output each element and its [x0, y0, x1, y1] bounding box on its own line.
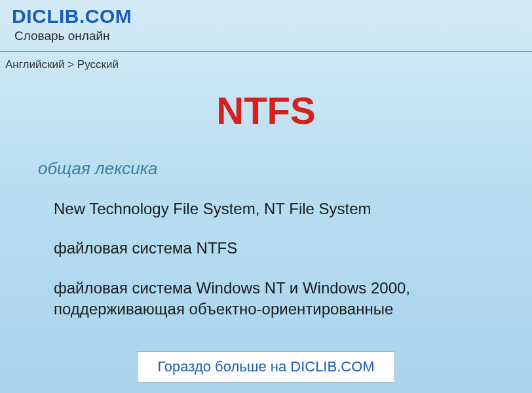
breadcrumb-from[interactable]: Английский: [5, 58, 64, 71]
entry-title: NTFS: [0, 88, 532, 132]
breadcrumb: Английский > Русский: [0, 52, 532, 75]
definition-item: файловая система Windows NT и Windows 20…: [54, 278, 501, 320]
subtitle: Словарь онлайн: [14, 29, 525, 43]
definition-item: New Technology File System, NT File Syst…: [54, 198, 501, 219]
more-button[interactable]: Гораздо больше на DICLIB.COM: [137, 351, 394, 383]
header: DICLIB.COM Словарь онлайн: [0, 0, 532, 46]
site-title[interactable]: DICLIB.COM: [12, 5, 525, 28]
breadcrumb-to[interactable]: Русский: [77, 58, 119, 71]
breadcrumb-separator: >: [67, 58, 74, 71]
definition-item: файловая система NTFS: [54, 238, 501, 259]
category-label: общая лексика: [38, 159, 501, 179]
content: общая лексика New Technology File System…: [0, 159, 532, 320]
